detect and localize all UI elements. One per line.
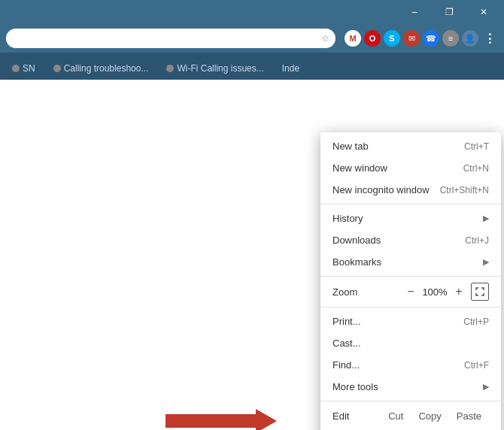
arrow-body: [165, 414, 256, 428]
menu-divider: [320, 307, 501, 307]
menu-incognito[interactable]: New incognito window Ctrl+Shift+N: [320, 179, 501, 201]
tab-label: Inde: [282, 63, 299, 74]
fullscreen-button[interactable]: [471, 283, 489, 301]
tab-favicon: [12, 65, 20, 72]
zoom-value: 100%: [420, 286, 450, 298]
edit-label: Edit: [332, 410, 381, 422]
menu-item-label: History: [332, 213, 363, 224]
menu-item-label: Find...: [332, 359, 360, 371]
menu-zoom-row: Zoom − 100% +: [320, 280, 501, 304]
tab-favicon: [166, 65, 174, 72]
menu-bookmarks[interactable]: Bookmarks ▶: [320, 251, 501, 273]
tab-sn[interactable]: SN: [3, 57, 44, 80]
tab-label: Calling troubleshoo...: [64, 63, 149, 74]
submenu-arrow-icon: ▶: [483, 213, 489, 223]
menu-new-tab[interactable]: New tab Ctrl+T: [320, 135, 501, 157]
menu-item-label: Cast...: [332, 338, 361, 349]
menu-item-label: Bookmarks: [332, 256, 381, 268]
zoom-minus-button[interactable]: −: [402, 283, 420, 301]
gmail-icon[interactable]: M: [345, 30, 361, 47]
toolbar-icons: M O S ✉ ☎ ≡ 👤 ⋮: [345, 30, 498, 47]
arrow-annotation: [165, 409, 277, 430]
minimize-button[interactable]: –: [397, 0, 432, 24]
shortcut-label: Ctrl+T: [464, 141, 489, 152]
menu-item-label: New incognito window: [332, 184, 430, 195]
menu-print[interactable]: Print... Ctrl+P: [320, 310, 501, 332]
menu-divider: [320, 204, 501, 204]
menu-find[interactable]: Find... Ctrl+F: [320, 354, 501, 376]
menu-item-label: New tab: [332, 141, 369, 152]
cut-button[interactable]: Cut: [381, 408, 411, 424]
shortcut-label: Ctrl+P: [463, 316, 489, 327]
avatar-icon[interactable]: 👤: [462, 30, 478, 47]
opera-icon[interactable]: O: [364, 30, 381, 47]
zoom-plus-button[interactable]: +: [450, 283, 468, 301]
tab-calling[interactable]: Calling troubleshoo...: [44, 57, 158, 80]
menu-item-label: Downloads: [332, 235, 381, 246]
browser-content: New tab Ctrl+T New window Ctrl+N New inc…: [0, 80, 504, 430]
menu-item-label: Print...: [332, 316, 361, 327]
tab-favicon: [53, 65, 61, 72]
menu-divider: [320, 276, 501, 277]
menu-more-tools[interactable]: More tools ▶: [320, 376, 501, 398]
close-button[interactable]: ✕: [466, 0, 501, 24]
tab-label: SN: [23, 63, 35, 74]
shortcut-label: Ctrl+J: [465, 235, 489, 246]
menu-downloads[interactable]: Downloads Ctrl+J: [320, 229, 501, 251]
shortcut-label: Ctrl+N: [463, 163, 489, 174]
menu-new-window[interactable]: New window Ctrl+N: [320, 157, 501, 179]
shortcut-label: Ctrl+Shift+N: [440, 185, 489, 195]
tab-inde[interactable]: Inde: [273, 57, 308, 80]
menu-button[interactable]: ⋮: [481, 30, 498, 47]
chrome-menu: New tab Ctrl+T New window Ctrl+N New inc…: [320, 132, 501, 430]
ext1-icon[interactable]: ✉: [403, 30, 420, 47]
omnibox-area: ☆ M O S ✉ ☎ ≡ 👤 ⋮: [0, 24, 504, 53]
menu-cast[interactable]: Cast...: [320, 332, 501, 354]
menu-item-label: More tools: [332, 381, 378, 392]
arrow-head: [256, 409, 277, 430]
ext2-icon[interactable]: ☎: [423, 30, 439, 47]
menu-divider: [320, 401, 501, 401]
paste-button[interactable]: Paste: [449, 408, 489, 424]
address-bar[interactable]: ☆: [6, 29, 335, 48]
tab-label: Wi-Fi Calling issues...: [177, 63, 263, 74]
menu-history[interactable]: History ▶: [320, 207, 501, 229]
copy-button[interactable]: Copy: [411, 408, 448, 424]
zoom-label: Zoom: [332, 286, 402, 298]
star-icon[interactable]: ☆: [321, 33, 329, 44]
submenu-arrow-icon: ▶: [483, 382, 489, 392]
shortcut-label: Ctrl+F: [464, 360, 489, 371]
submenu-arrow-icon: ▶: [483, 257, 489, 267]
tab-wifi[interactable]: Wi-Fi Calling issues...: [157, 57, 272, 80]
menu-edit-row: Edit Cut Copy Paste: [320, 404, 501, 428]
menu-item-label: New window: [332, 162, 387, 174]
tabs-row: SN Calling troubleshoo... Wi-Fi Calling …: [0, 53, 504, 80]
title-bar: – ❐ ✕: [0, 0, 504, 24]
ext3-icon[interactable]: ≡: [442, 30, 459, 47]
restore-button[interactable]: ❐: [432, 0, 466, 24]
skype-icon[interactable]: S: [384, 30, 400, 47]
